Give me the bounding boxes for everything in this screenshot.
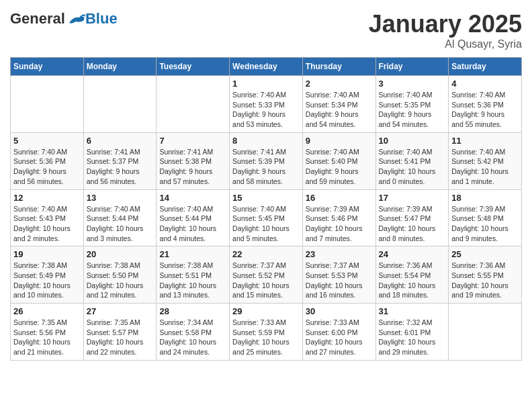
calendar-cell: 18Sunrise: 7:39 AM Sunset: 5:48 PM Dayli… [449,189,522,246]
day-info: Sunrise: 7:41 AM Sunset: 5:37 PM Dayligh… [87,147,154,187]
weekday-header-monday: Monday [83,58,157,76]
calendar-cell: 29Sunrise: 7:33 AM Sunset: 5:59 PM Dayli… [230,304,303,361]
calendar-cell: 10Sunrise: 7:40 AM Sunset: 5:41 PM Dayli… [375,132,449,189]
day-number: 4 [451,79,519,89]
calendar-week-5: 26Sunrise: 7:35 AM Sunset: 5:56 PM Dayli… [11,304,522,361]
day-info: Sunrise: 7:36 AM Sunset: 5:55 PM Dayligh… [451,261,519,300]
weekday-header-friday: Friday [375,58,449,76]
day-info: Sunrise: 7:38 AM Sunset: 5:51 PM Dayligh… [159,261,226,300]
calendar-cell: 22Sunrise: 7:37 AM Sunset: 5:52 PM Dayli… [230,246,303,304]
calendar-cell: 14Sunrise: 7:40 AM Sunset: 5:44 PM Dayli… [157,189,230,246]
month-title: January 2025 [369,10,522,38]
day-number: 14 [159,193,226,203]
day-number: 12 [13,193,81,203]
title-block: January 2025 Al Qusayr, Syria [369,10,522,50]
day-number: 15 [232,193,300,203]
day-number: 9 [306,136,373,146]
calendar-cell: 26Sunrise: 7:35 AM Sunset: 5:56 PM Dayli… [11,304,84,361]
day-info: Sunrise: 7:40 AM Sunset: 5:45 PM Dayligh… [232,204,300,244]
day-info: Sunrise: 7:36 AM Sunset: 5:54 PM Dayligh… [379,261,446,300]
day-number: 29 [232,306,300,316]
location-title: Al Qusayr, Syria [369,38,522,50]
day-info: Sunrise: 7:40 AM Sunset: 5:41 PM Dayligh… [379,147,446,187]
day-number: 25 [451,249,519,259]
calendar-cell: 25Sunrise: 7:36 AM Sunset: 5:55 PM Dayli… [449,246,522,304]
day-info: Sunrise: 7:40 AM Sunset: 5:43 PM Dayligh… [13,204,81,244]
weekday-header-wednesday: Wednesday [230,58,303,76]
calendar-cell: 13Sunrise: 7:40 AM Sunset: 5:44 PM Dayli… [83,189,157,246]
day-info: Sunrise: 7:41 AM Sunset: 5:39 PM Dayligh… [232,147,300,187]
calendar-cell: 3Sunrise: 7:40 AM Sunset: 5:35 PM Daylig… [375,76,449,133]
day-info: Sunrise: 7:39 AM Sunset: 5:48 PM Dayligh… [451,204,519,244]
calendar-cell: 1Sunrise: 7:40 AM Sunset: 5:33 PM Daylig… [230,76,303,133]
calendar-table: SundayMondayTuesdayWednesdayThursdayFrid… [10,57,522,361]
day-info: Sunrise: 7:40 AM Sunset: 5:33 PM Dayligh… [232,90,300,130]
calendar-cell: 8Sunrise: 7:41 AM Sunset: 5:39 PM Daylig… [230,132,303,189]
day-info: Sunrise: 7:37 AM Sunset: 5:52 PM Dayligh… [232,261,300,300]
day-info: Sunrise: 7:37 AM Sunset: 5:53 PM Dayligh… [306,261,373,300]
day-info: Sunrise: 7:41 AM Sunset: 5:38 PM Dayligh… [159,147,226,187]
calendar-cell: 4Sunrise: 7:40 AM Sunset: 5:36 PM Daylig… [449,76,522,133]
day-number: 22 [232,249,300,259]
day-number: 2 [306,79,373,89]
day-number: 20 [87,249,154,259]
day-info: Sunrise: 7:32 AM Sunset: 6:01 PM Dayligh… [379,318,446,357]
day-info: Sunrise: 7:38 AM Sunset: 5:49 PM Dayligh… [13,261,81,300]
day-info: Sunrise: 7:40 AM Sunset: 5:35 PM Dayligh… [379,90,446,130]
day-number: 19 [13,249,81,259]
calendar-cell: 9Sunrise: 7:40 AM Sunset: 5:40 PM Daylig… [302,132,375,189]
day-info: Sunrise: 7:33 AM Sunset: 6:00 PM Dayligh… [306,318,373,357]
day-number: 16 [306,193,373,203]
day-number: 3 [379,79,446,89]
weekday-header-thursday: Thursday [302,58,375,76]
logo-general-text: General [10,10,65,28]
day-number: 8 [232,136,300,146]
day-number: 5 [13,136,81,146]
day-number: 28 [159,306,226,316]
day-info: Sunrise: 7:40 AM Sunset: 5:34 PM Dayligh… [306,90,373,130]
logo-blue-text: Blue [85,10,118,28]
day-info: Sunrise: 7:40 AM Sunset: 5:36 PM Dayligh… [13,147,81,187]
calendar-cell: 2Sunrise: 7:40 AM Sunset: 5:34 PM Daylig… [302,76,375,133]
day-info: Sunrise: 7:33 AM Sunset: 5:59 PM Dayligh… [232,318,300,357]
page-header: General Blue January 2025 Al Qusayr, Syr… [10,10,522,50]
day-number: 17 [379,193,446,203]
calendar-cell [157,76,230,133]
calendar-week-2: 5Sunrise: 7:40 AM Sunset: 5:36 PM Daylig… [11,132,522,189]
calendar-cell [11,76,84,133]
day-info: Sunrise: 7:40 AM Sunset: 5:36 PM Dayligh… [451,90,519,130]
day-number: 31 [379,306,446,316]
calendar-cell [83,76,157,133]
calendar-week-3: 12Sunrise: 7:40 AM Sunset: 5:43 PM Dayli… [11,189,522,246]
day-number: 30 [306,306,373,316]
day-number: 13 [87,193,154,203]
calendar-cell: 6Sunrise: 7:41 AM Sunset: 5:37 PM Daylig… [83,132,157,189]
calendar-cell: 27Sunrise: 7:35 AM Sunset: 5:57 PM Dayli… [83,304,157,361]
calendar-week-1: 1Sunrise: 7:40 AM Sunset: 5:33 PM Daylig… [11,76,522,133]
day-info: Sunrise: 7:39 AM Sunset: 5:47 PM Dayligh… [379,204,446,244]
day-info: Sunrise: 7:35 AM Sunset: 5:57 PM Dayligh… [87,318,154,357]
weekday-header-tuesday: Tuesday [157,58,230,76]
day-number: 24 [379,249,446,259]
calendar-cell: 7Sunrise: 7:41 AM Sunset: 5:38 PM Daylig… [157,132,230,189]
day-number: 6 [87,136,154,146]
calendar-cell: 24Sunrise: 7:36 AM Sunset: 5:54 PM Dayli… [375,246,449,304]
calendar-cell: 12Sunrise: 7:40 AM Sunset: 5:43 PM Dayli… [11,189,84,246]
calendar-cell: 21Sunrise: 7:38 AM Sunset: 5:51 PM Dayli… [157,246,230,304]
calendar-week-4: 19Sunrise: 7:38 AM Sunset: 5:49 PM Dayli… [11,246,522,304]
day-info: Sunrise: 7:40 AM Sunset: 5:42 PM Dayligh… [451,147,519,187]
day-number: 7 [159,136,226,146]
day-info: Sunrise: 7:40 AM Sunset: 5:40 PM Dayligh… [306,147,373,187]
day-number: 21 [159,249,226,259]
logo: General Blue [10,10,118,28]
calendar-cell [449,304,522,361]
logo-bird-icon [66,11,85,27]
day-info: Sunrise: 7:38 AM Sunset: 5:50 PM Dayligh… [87,261,154,300]
day-number: 23 [306,249,373,259]
day-info: Sunrise: 7:35 AM Sunset: 5:56 PM Dayligh… [13,318,81,357]
calendar-cell: 15Sunrise: 7:40 AM Sunset: 5:45 PM Dayli… [230,189,303,246]
calendar-cell: 20Sunrise: 7:38 AM Sunset: 5:50 PM Dayli… [83,246,157,304]
calendar-cell: 17Sunrise: 7:39 AM Sunset: 5:47 PM Dayli… [375,189,449,246]
weekday-header-row: SundayMondayTuesdayWednesdayThursdayFrid… [11,58,522,76]
day-number: 1 [232,79,300,89]
